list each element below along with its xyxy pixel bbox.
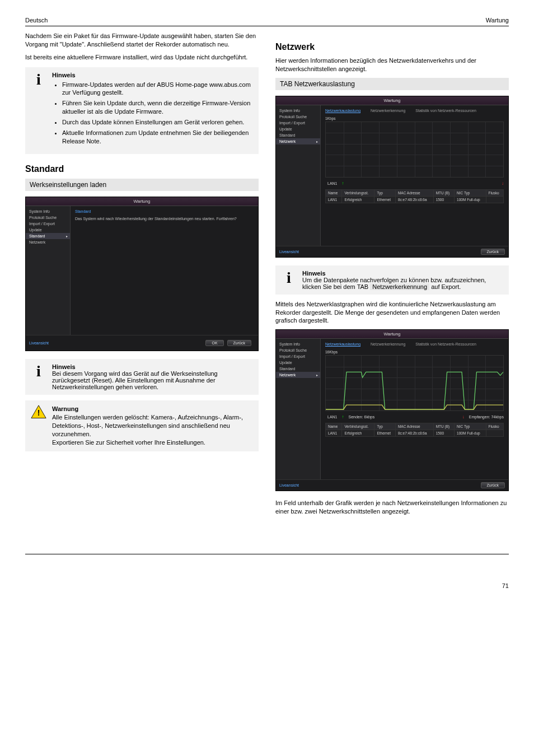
info-icon: i	[281, 270, 297, 286]
table-row: LAN1 Erfolgreich Ethernet 8c:e7:48:2b:c8…	[326, 196, 504, 203]
info-bullet: Firmware-Updates werden auf der ABUS Hom…	[62, 81, 253, 97]
info-title: Hinweis	[52, 72, 253, 78]
info-body-line: Um die Datenpakete nachverfolgen zu könn…	[302, 277, 503, 290]
gray-bar-werkseinstellungen: Werkseinstellungen laden	[25, 179, 259, 191]
info-box-netzwerk: i Hinweis Um die Datenpakete nachverfolg…	[275, 265, 509, 295]
header-rule	[25, 26, 509, 26]
tab-statistik[interactable]: Statistik von Netzwerk-Ressourcen	[415, 109, 476, 113]
tab-auslastung[interactable]: Netzwerkauslastung	[325, 109, 360, 113]
sidebar-item-import[interactable]: Import / Export	[276, 120, 320, 126]
network-table: Name Verbindungsst. Typ MAC Adresse MTU …	[325, 423, 504, 437]
sidebar-item-protokoll[interactable]: Protokoll Suche	[276, 347, 320, 353]
zurueck-button[interactable]: Zurück	[227, 340, 251, 346]
info-title: Hinweis	[302, 270, 503, 277]
tab-erkennung[interactable]: Netzwerkerkennung	[371, 109, 405, 113]
screenshot-title: Wartung	[276, 330, 508, 339]
lan-label: LAN1	[327, 181, 338, 185]
sidebar-item-netzwerk[interactable]: Netzwerk	[276, 138, 320, 144]
right-paragraph-3: Im Feld unterhalb der Grafik werden je n…	[275, 499, 509, 516]
lan-label: LAN1	[327, 415, 338, 419]
screenshot-title: Wartung	[26, 197, 258, 206]
info-box-reset: i Hinweis Bei diesem Vorgang wird das Ge…	[25, 359, 259, 395]
standard-confirm-text: Das System wird nach Wiederherstellung d…	[75, 217, 254, 221]
col-name: Name	[326, 189, 342, 196]
svg-text:!: !	[38, 409, 40, 418]
zurueck-button[interactable]: Zurück	[481, 249, 505, 255]
info-box-updates: i Hinweis Firmware-Updates werden auf de…	[25, 67, 259, 155]
chart-area-flat	[325, 122, 504, 178]
col-mtu: MTU (B)	[433, 189, 454, 196]
sidebar-item-standard[interactable]: Standard	[26, 233, 70, 239]
sidebar-item-systeminfo[interactable]: System Info	[26, 208, 70, 214]
liveansicht-link[interactable]: Liveansicht	[279, 250, 299, 254]
liveansicht-link[interactable]: Liveansicht	[29, 341, 49, 345]
liveansicht-link[interactable]: Liveansicht	[279, 483, 299, 487]
chart-area-graph	[325, 355, 504, 411]
screenshot-sidebar: System Info Protokoll Suche Import / Exp…	[26, 206, 71, 335]
right-column: Netzwerk Hier werden Informationen bezüg…	[275, 32, 509, 520]
warn-title: Warnung	[52, 405, 253, 413]
legend-row: LAN1 ↑ ↓	[325, 181, 504, 186]
header-right: Wartung	[486, 17, 509, 24]
section-netzwerk-title: Netzwerk	[275, 42, 509, 52]
info-body: Bei diesem Vorgang wird das Gerät auf di…	[52, 370, 253, 390]
standard-link[interactable]: Standard	[75, 209, 254, 213]
screenshot-netzwerk-flat: Wartung System Info Protokoll Suche Impo…	[275, 96, 509, 258]
sidebar-item-systeminfo[interactable]: System Info	[276, 341, 320, 347]
sidebar-item-import[interactable]: Import / Export	[276, 353, 320, 360]
sidebar-item-import[interactable]: Import / Export	[26, 221, 70, 227]
tab-erkennung[interactable]: Netzwerkerkennung	[371, 342, 405, 347]
info-icon: i	[31, 72, 46, 87]
unit-label: 16Kbps	[325, 350, 504, 354]
info-bullet: Aktuelle Informationen zum Update entneh…	[62, 129, 253, 146]
warning-icon: !	[31, 405, 46, 419]
sidebar-item-netzwerk[interactable]: Netzwerk	[26, 239, 70, 245]
tab-statistik[interactable]: Statistik von Netzwerk-Ressourcen	[415, 342, 476, 347]
section-standard-title: Standard	[25, 164, 259, 174]
unit-label: 1Kbps	[325, 116, 504, 120]
screenshot-sidebar: System Info Protokoll Suche Import / Exp…	[276, 105, 321, 246]
left-column: Nachdem Sie ein Paket für das Firmware-U…	[25, 32, 259, 520]
tab-auslastung[interactable]: Netzwerkauslastung	[325, 342, 360, 347]
sidebar-item-netzwerk[interactable]: Netzwerk	[276, 372, 320, 378]
recv-label: Empfangen: 74kbps	[469, 415, 504, 419]
sidebar-item-systeminfo[interactable]: System Info	[276, 108, 320, 114]
right-paragraph-2: Mittels des Netzwerklastgraphen wird die…	[275, 300, 509, 325]
table-row: LAN1 Erfolgreich Ethernet 8c:e7:48:2b:c8…	[326, 430, 504, 437]
screenshot-title: Wartung	[276, 96, 508, 105]
right-paragraph-1: Hier werden Informationen bezüglich des …	[275, 57, 509, 73]
sidebar-item-update[interactable]: Update	[276, 360, 320, 366]
info-bullet: Durch das Update können Einstellungen am…	[62, 118, 253, 127]
sidebar-item-protokoll[interactable]: Protokoll Suche	[276, 114, 320, 120]
arrow-down-icon: ↓	[502, 181, 504, 186]
legend-row: LAN1 ↑ Senden: 6kbps ↓ Empfangen: 74kbps	[325, 414, 504, 419]
col-flusko: Flusko	[486, 189, 503, 196]
arrow-up-icon: ↑	[342, 181, 344, 186]
sidebar-item-standard[interactable]: Standard	[276, 132, 320, 138]
sidebar-item-update[interactable]: Update	[276, 126, 320, 132]
page-number: 71	[502, 582, 509, 589]
network-table: Name Verbindungsst. Typ MAC Adresse MTU …	[325, 189, 504, 203]
info-bullet-list: Firmware-Updates werden auf der ABUS Hom…	[62, 81, 253, 146]
col-conn: Verbindungsst.	[342, 189, 374, 196]
col-nic: NIC Typ	[455, 189, 486, 196]
sidebar-item-standard[interactable]: Standard	[276, 366, 320, 372]
screenshot-netzwerk-graph: Wartung System Info Protokoll Suche Impo…	[275, 329, 509, 491]
info-bullet: Führen Sie kein Update durch, wenn die d…	[62, 99, 253, 116]
footer-rule	[25, 554, 509, 554]
header-left: Deutsch	[25, 17, 48, 24]
ok-button[interactable]: OK	[205, 340, 223, 346]
screenshot-standard: Wartung System Info Protokoll Suche Impo…	[25, 197, 259, 351]
info-title: Hinweis	[52, 363, 253, 370]
screenshot-sidebar: System Info Protokoll Suche Import / Exp…	[276, 339, 321, 479]
zurueck-button[interactable]: Zurück	[481, 482, 505, 488]
info-icon: i	[31, 363, 46, 379]
gray-bar-tab: TAB Netzwerkauslastung	[275, 78, 509, 90]
sidebar-item-update[interactable]: Update	[26, 227, 70, 233]
sidebar-item-protokoll[interactable]: Protokoll Suche	[26, 214, 70, 221]
tabs: Netzwerkauslastung Netzwerkerkennung Sta…	[325, 109, 504, 113]
col-mac: MAC Adresse	[395, 189, 433, 196]
arrow-up-icon: ↑	[342, 414, 344, 419]
warn-box: ! Warnung Alle Einstellungen werden gelö…	[25, 400, 259, 451]
left-paragraph-2: Ist bereits eine aktuellere Firmware ins…	[25, 53, 259, 62]
